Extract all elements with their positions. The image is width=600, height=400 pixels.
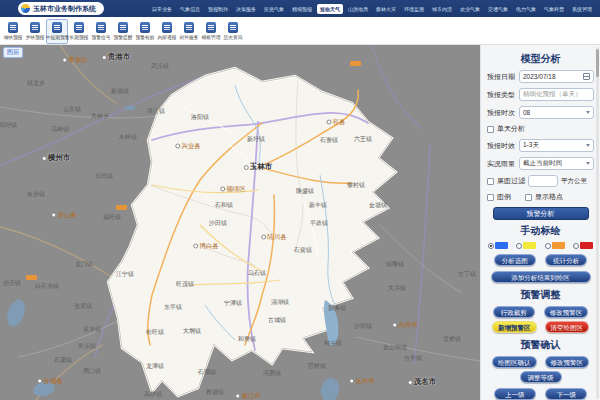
nav-item-交通气象[interactable]: 交通气象 <box>485 4 511 14</box>
toolbar-item-预警检验[interactable]: 预警检验 <box>134 19 156 44</box>
draw-button-分析选图[interactable]: 分析选图 <box>494 254 536 266</box>
adjust-button-行政裁剪[interactable]: 行政裁剪 <box>493 306 535 318</box>
document-icon <box>52 22 62 33</box>
area-filter-label: 展图过滤 <box>497 176 525 186</box>
nav-item-农业气象[interactable]: 农业气象 <box>457 4 483 14</box>
forecast-type-input[interactable]: 精细化预报（单天） <box>519 88 594 101</box>
map-canvas[interactable]: 图层 武乐镇镇龙乡新塘镇云表镇大岭乡湛江镇洛阳镇马岭镇木梓镇周圩镇乐民镇石和镇南… <box>0 45 480 400</box>
map-label-town: 平政镇 <box>310 219 328 228</box>
confirm-button-绘图区确认[interactable]: 绘图区确认 <box>492 356 537 368</box>
analysis-panel: 模型分析 预报日期 2023/07/18 预报类型 精细化预报（单天） 预报时次… <box>480 45 600 400</box>
map-label-town: 清湖镇 <box>271 298 289 307</box>
map-label-town: 宁潭镇 <box>224 299 242 308</box>
grid-checkbox[interactable] <box>525 194 532 201</box>
draw-button-统计分析[interactable]: 统计分析 <box>545 254 587 266</box>
map-label-town: 石康镇 <box>54 356 72 365</box>
map-graphics <box>0 45 480 400</box>
map-label-town: 笪桥镇 <box>443 335 461 344</box>
toolbar-item-预警提醒[interactable]: 预警提醒 <box>112 19 134 44</box>
forecast-time-select[interactable]: 08 <box>519 106 594 119</box>
color-swatch-yellow <box>523 242 536 249</box>
area-filter-checkbox[interactable] <box>487 178 494 185</box>
app-brand[interactable]: 玉林市业务制作系统 <box>18 2 104 15</box>
nav-item-气象信息[interactable]: 气象信息 <box>177 4 203 14</box>
map-label-town: 白石水镇 <box>35 282 59 291</box>
color-radio-yellow[interactable] <box>516 242 536 249</box>
toolbar-item-城镇预报[interactable]: 城镇预报 <box>2 19 24 44</box>
color-swatch-orange <box>552 242 565 249</box>
add-result-button[interactable]: 添加分析结果到绘区 <box>491 271 591 283</box>
map-label-town: 大岭乡 <box>91 112 109 121</box>
confirm-button-修改预警区[interactable]: 修改预警区 <box>545 356 590 368</box>
adjust-button-清空绘图区[interactable]: 清空绘图区 <box>545 321 590 333</box>
map-label-town: 河唇镇 <box>263 369 281 378</box>
map-label-town: 武乐镇 <box>151 62 169 71</box>
grid-label: 显示格点 <box>535 192 563 202</box>
color-radio-red[interactable] <box>573 242 593 249</box>
color-radio-blue[interactable] <box>488 242 508 249</box>
app-window: 玉林市业务制作系统 日常业务气象信息预报制作决策服务应急气象精细预报短临天气山洪… <box>0 0 600 400</box>
map-label-city: 茂名市 <box>408 377 437 387</box>
toolbar-item-历史查询[interactable]: 历史查询 <box>222 19 244 44</box>
nav-item-精细预报[interactable]: 精细预报 <box>289 4 315 14</box>
validity-label: 预报时效 <box>487 141 519 151</box>
map-label-town: 分界镇 <box>404 354 422 363</box>
nav-item-电力气象[interactable]: 电力气象 <box>513 4 539 14</box>
document-icon <box>118 22 128 33</box>
nav-item-决策服务[interactable]: 决策服务 <box>233 4 259 14</box>
adjust-section-title: 预警调整 <box>487 288 594 302</box>
map-label-town: 和寮镇 <box>238 335 256 344</box>
nav-item-山洪地质[interactable]: 山洪地质 <box>345 4 371 14</box>
draw-color-radios <box>488 242 593 249</box>
adjust-button-修改预警区[interactable]: 修改预警区 <box>544 306 589 318</box>
nav-item-应急气象[interactable]: 应急气象 <box>261 4 287 14</box>
validity-select[interactable]: 1-3天 <box>519 139 594 152</box>
toolbar-item-label: 乡镇预报 <box>26 34 45 40</box>
nav-item-系统管理[interactable]: 系统管理 <box>569 4 595 14</box>
panel-scrollbar-thumb[interactable] <box>596 49 599 77</box>
nav-item-预报制作[interactable]: 预报制作 <box>205 4 231 14</box>
toolbar-item-对外服务[interactable]: 对外服务 <box>178 19 200 44</box>
nav-item-短临天气[interactable]: 短临天气 <box>317 4 343 14</box>
forecast-time-value: 08 <box>523 109 586 116</box>
map-label-town: 云表镇 <box>63 105 81 114</box>
document-icon <box>8 22 18 33</box>
toolbar-item-预警信号[interactable]: 预警信号 <box>90 19 112 44</box>
map-layer-badge[interactable]: 图层 <box>3 47 23 58</box>
rain-value: 截止当前时间 <box>523 159 586 168</box>
map-label-town: 那务镇 <box>328 304 346 313</box>
area-filter-input[interactable] <box>528 175 558 187</box>
nav-item-日常业务[interactable]: 日常业务 <box>149 4 175 14</box>
nav-item-环境监测[interactable]: 环境监测 <box>401 4 427 14</box>
calendar-icon <box>583 73 590 80</box>
confirm-button-调整等级[interactable]: 调整等级 <box>520 371 562 383</box>
confirm-nav-buttons: 上一级下一级 <box>487 388 594 400</box>
nav-item-城市内涝[interactable]: 城市内涝 <box>429 4 455 14</box>
nav-button-上一级[interactable]: 上一级 <box>494 388 536 400</box>
map-label-town: 镇隆镇 <box>386 260 404 269</box>
toolbar-item-模板管理[interactable]: 模板管理 <box>200 19 222 44</box>
toolbar-item-内部通报[interactable]: 内部通报 <box>156 19 178 44</box>
document-icon <box>74 22 84 33</box>
toolbar-item-label: 中短期预警 <box>45 34 69 40</box>
single-day-checkbox[interactable] <box>487 126 494 133</box>
panel-scrollbar[interactable] <box>596 47 599 399</box>
toolbar-item-长期预报[interactable]: 长期预报 <box>68 19 90 44</box>
nav-item-气象科普[interactable]: 气象科普 <box>541 4 567 14</box>
analyze-button[interactable]: 预警分析 <box>493 207 589 220</box>
top-nav: 日常业务气象信息预报制作决策服务应急气象精细预报短临天气山洪地质森林火灾环境监测… <box>148 4 596 14</box>
color-swatch-red <box>580 242 593 249</box>
nav-item-森林火灾[interactable]: 森林火灾 <box>373 4 399 14</box>
rain-select[interactable]: 截止当前时间 <box>519 157 594 170</box>
nav-button-下一级[interactable]: 下一级 <box>545 388 587 400</box>
legend-checkbox[interactable] <box>487 194 494 201</box>
color-radio-orange[interactable] <box>545 242 565 249</box>
adjust-button-新增预警区[interactable]: 新增预警区 <box>492 321 537 333</box>
toolbar-item-乡镇预报[interactable]: 乡镇预报 <box>24 19 46 44</box>
toolbar-item-中短期预警[interactable]: 中短期预警 <box>46 19 68 44</box>
map-label-town: 周圩镇 <box>0 121 17 130</box>
document-icon <box>206 22 216 33</box>
forecast-date-input[interactable]: 2023/07/18 <box>519 70 594 83</box>
map-label-town: 闸口镇 <box>83 367 101 376</box>
toolbar-item-label: 预警检验 <box>136 34 155 40</box>
